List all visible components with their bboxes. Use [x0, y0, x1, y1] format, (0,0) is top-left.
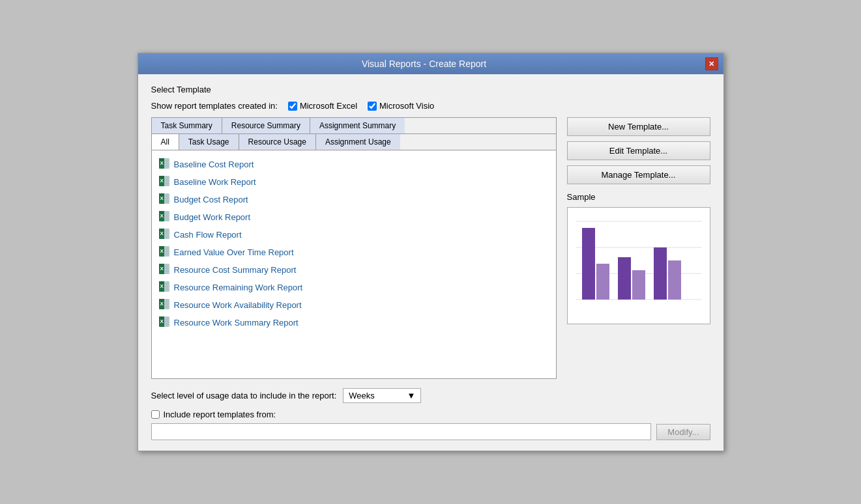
- report-name: Resource Work Summary Report: [174, 318, 299, 328]
- report-name: Resource Work Availability Report: [174, 300, 302, 310]
- svg-text:X: X: [160, 283, 164, 289]
- svg-rect-86: [618, 257, 631, 300]
- excel-icon: X: [158, 316, 170, 329]
- excel-checkbox-label[interactable]: Microsoft Excel: [288, 101, 357, 111]
- tab-task-usage[interactable]: Task Usage: [179, 134, 239, 150]
- manage-template-button[interactable]: Manage Template...: [567, 165, 710, 184]
- usage-dropdown[interactable]: Weeks ▼: [343, 388, 421, 403]
- excel-icon: X: [158, 210, 170, 224]
- dialog-window: Visual Reports - Create Report ✕ Select …: [138, 53, 724, 451]
- tab-task-summary[interactable]: Task Summary: [152, 118, 222, 133]
- report-name: Resource Remaining Work Report: [174, 283, 303, 292]
- excel-checkbox[interactable]: [288, 102, 297, 111]
- report-name: Budget Cost Report: [174, 195, 248, 204]
- excel-icon: X: [158, 245, 170, 259]
- bottom-tab-row: All Task Usage Resource Usage Assignment…: [152, 134, 556, 150]
- edit-template-button[interactable]: Edit Template...: [567, 141, 710, 160]
- svg-text:X: X: [160, 266, 164, 272]
- list-item[interactable]: X Resource Remaining Work Report: [154, 279, 553, 296]
- sample-label: Sample: [567, 192, 710, 202]
- visio-checkbox[interactable]: [368, 102, 377, 111]
- list-item[interactable]: X Baseline Cost Report: [154, 156, 553, 173]
- excel-icon: X: [158, 158, 170, 171]
- visio-label: Microsoft Visio: [379, 101, 434, 111]
- svg-text:X: X: [160, 318, 164, 324]
- excel-icon: X: [158, 298, 170, 312]
- path-row: Modify...: [151, 423, 710, 440]
- svg-text:X: X: [160, 301, 164, 307]
- include-label: Include report templates from:: [164, 410, 276, 419]
- bottom-section: Select level of usage data to include in…: [151, 388, 710, 440]
- svg-rect-87: [632, 270, 645, 300]
- include-row: Include report templates from:: [151, 410, 710, 419]
- list-item[interactable]: X Budget Cost Report: [154, 191, 553, 208]
- tab-assignment-usage[interactable]: Assignment Usage: [316, 134, 400, 150]
- close-button[interactable]: ✕: [705, 57, 718, 70]
- svg-text:X: X: [160, 248, 164, 254]
- modify-button[interactable]: Modify...: [656, 424, 710, 440]
- report-name: Budget Work Report: [174, 212, 251, 222]
- right-panel: New Template... Edit Template... Manage …: [567, 117, 710, 379]
- usage-value: Weeks: [349, 391, 375, 400]
- report-name: Cash Flow Report: [174, 230, 242, 240]
- excel-icon: X: [158, 193, 170, 206]
- svg-rect-89: [668, 260, 681, 300]
- top-tab-row: Task Summary Resource Summary Assignment…: [152, 118, 556, 134]
- dialog-body: Select Template Show report templates cr…: [138, 74, 723, 451]
- list-item[interactable]: X Earned Value Over Time Report: [154, 244, 553, 261]
- select-template-label: Select Template: [151, 85, 710, 94]
- usage-row: Select level of usage data to include in…: [151, 388, 710, 403]
- excel-icon: X: [158, 175, 170, 189]
- report-list-area: X Baseline Cost Report X Baseline Work R…: [152, 150, 556, 378]
- svg-text:X: X: [160, 178, 164, 184]
- svg-text:X: X: [160, 195, 164, 201]
- list-item[interactable]: X Budget Work Report: [154, 208, 553, 226]
- report-name: Resource Cost Summary Report: [174, 265, 297, 275]
- svg-rect-88: [654, 247, 667, 300]
- sample-chart: [567, 207, 710, 324]
- report-name: Baseline Cost Report: [174, 160, 254, 169]
- svg-rect-84: [582, 228, 595, 300]
- list-item[interactable]: X Resource Cost Summary Report: [154, 261, 553, 279]
- window-title: Visual Reports - Create Report: [143, 59, 705, 69]
- report-name: Baseline Work Report: [174, 177, 256, 187]
- excel-icon: X: [158, 281, 170, 294]
- bar-chart: [576, 215, 702, 316]
- visio-checkbox-label[interactable]: Microsoft Visio: [368, 101, 434, 111]
- show-templates-row: Show report templates created in: Micros…: [151, 101, 710, 111]
- main-content: Task Summary Resource Summary Assignment…: [151, 117, 710, 379]
- excel-label: Microsoft Excel: [300, 101, 357, 111]
- show-templates-label: Show report templates created in:: [151, 101, 278, 111]
- new-template-button[interactable]: New Template...: [567, 117, 710, 136]
- list-item[interactable]: X Baseline Work Report: [154, 173, 553, 191]
- tab-all[interactable]: All: [152, 134, 179, 150]
- list-item[interactable]: X Resource Work Availability Report: [154, 296, 553, 314]
- tab-assignment-summary[interactable]: Assignment Summary: [310, 118, 405, 133]
- path-input[interactable]: [151, 423, 652, 440]
- list-item[interactable]: X Resource Work Summary Report: [154, 314, 553, 331]
- svg-text:X: X: [160, 213, 164, 219]
- excel-icon: X: [158, 263, 170, 277]
- tabs-wrapper: Task Summary Resource Summary Assignment…: [151, 117, 557, 379]
- include-checkbox[interactable]: [151, 410, 160, 419]
- chevron-down-icon: ▼: [407, 391, 415, 400]
- svg-rect-85: [596, 264, 609, 300]
- report-name: Earned Value Over Time Report: [174, 247, 294, 257]
- excel-icon: X: [158, 228, 170, 242]
- left-panel: Task Summary Resource Summary Assignment…: [151, 117, 557, 379]
- tab-resource-usage[interactable]: Resource Usage: [239, 134, 316, 150]
- usage-label: Select level of usage data to include in…: [151, 391, 337, 400]
- tab-resource-summary[interactable]: Resource Summary: [222, 118, 310, 133]
- title-bar: Visual Reports - Create Report ✕: [138, 53, 723, 74]
- report-list: X Baseline Cost Report X Baseline Work R…: [154, 156, 553, 331]
- list-item[interactable]: X Cash Flow Report: [154, 226, 553, 244]
- svg-text:X: X: [160, 160, 164, 166]
- svg-text:X: X: [160, 231, 164, 236]
